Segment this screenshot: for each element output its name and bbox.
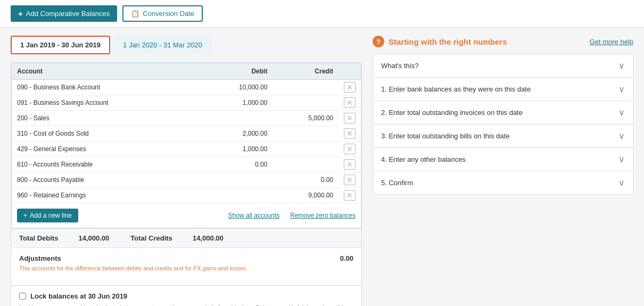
question-icon: ? — [373, 36, 384, 47]
chevron-icon-1: ∨ — [618, 84, 625, 94]
add-new-line-button[interactable]: + Add a new line — [17, 209, 78, 222]
chevron-icon-3: ∨ — [618, 131, 625, 141]
accordion-label-0: What's this? — [381, 62, 418, 70]
delete-cell: ✕ — [338, 157, 361, 172]
lock-section: Lock balances at 30 Jun 2019 Locking ens… — [11, 292, 361, 306]
col-credit: Credit — [273, 63, 338, 80]
delete-cell: ✕ — [338, 188, 361, 203]
total-credits-label: Total Credits 14,000.00 — [130, 234, 223, 242]
account-cell: 310 - Cost of Goods Sold — [12, 126, 201, 142]
accounts-table-container: Account Debit Credit 090 - Business Bank… — [11, 63, 361, 228]
delete-cell: ✕ — [338, 80, 361, 95]
accordion-label-3: 3. Enter total outstanding bills on this… — [381, 132, 509, 140]
delete-row-icon[interactable]: ✕ — [344, 190, 356, 201]
delete-row-icon[interactable]: ✕ — [344, 144, 356, 154]
credit-cell: 9,000.00 — [273, 188, 338, 203]
account-cell: 091 - Business Savings Account — [12, 95, 201, 111]
totals-bar: Total Debits 14,000.00 Total Credits 14,… — [11, 228, 361, 247]
table-row: 091 - Business Savings Account 1,000.00 … — [12, 95, 361, 111]
add-icon: + — [23, 212, 27, 219]
table-row: 200 - Sales 5,000.00 ✕ — [12, 111, 361, 126]
top-bar: + Add Comparative Balances 📋 Conversion … — [0, 0, 644, 28]
conversion-date-button[interactable]: 📋 Conversion Date — [122, 5, 203, 22]
date-tabs: 1 Jan 2019 - 30 Jun 2019 1 Jan 2020 - 31… — [11, 36, 362, 54]
left-panel: 1 Jan 2019 - 30 Jun 2019 1 Jan 2020 - 31… — [11, 36, 362, 306]
accordion-item-0: What's this? ∨ — [373, 54, 633, 78]
help-accordion: What's this? ∨ 1. Enter bank balances as… — [373, 54, 633, 195]
accordion-header-5[interactable]: 5. Confirm ∨ — [373, 171, 633, 194]
accordion-item-2: 2. Enter total outstanding invoices on t… — [373, 101, 633, 125]
credit-cell — [273, 80, 338, 95]
add-line-label: Add a new line — [30, 212, 72, 219]
add-comparative-label: Add Comparative Balances — [26, 10, 110, 18]
accordion-header-2[interactable]: 2. Enter total outstanding invoices on t… — [373, 101, 633, 124]
col-delete — [338, 63, 361, 80]
accordion-label-5: 5. Confirm — [381, 179, 413, 187]
calendar-icon: 📋 — [131, 10, 139, 18]
debit-cell — [201, 172, 273, 188]
remove-zero-label: Remove zero balances — [290, 212, 356, 219]
debit-cell — [201, 111, 273, 126]
conversion-date-label: Conversion Date — [143, 10, 194, 18]
delete-row-icon[interactable]: ✕ — [344, 97, 356, 108]
debit-cell: 2,000.00 — [201, 126, 273, 142]
table-row: 090 - Business Bank Account 10,000.00 ✕ — [12, 80, 361, 95]
plus-icon: + — [18, 9, 23, 18]
date-tab-1[interactable]: 1 Jan 2020 - 31 Mar 2020 — [113, 36, 212, 54]
accordion-header-0[interactable]: What's this? ∨ — [373, 54, 633, 77]
delete-row-icon[interactable]: ✕ — [344, 113, 356, 123]
delete-cell: ✕ — [338, 142, 361, 157]
delete-row-icon[interactable]: ✕ — [344, 128, 356, 139]
date-tab-0-label: 1 Jan 2019 - 30 Jun 2019 — [20, 41, 101, 49]
accordion-item-4: 4. Enter any other balances ∨ — [373, 148, 633, 171]
help-title-text: Starting with the right numbers — [389, 37, 507, 46]
table-row: 610 - Accounts Receivable 0.00 ✕ — [12, 157, 361, 172]
show-all-accounts-button[interactable]: Show all accounts — [228, 212, 280, 219]
delete-row-icon[interactable]: ✕ — [344, 175, 356, 185]
total-credits-value: 14,000.00 — [193, 234, 224, 242]
chevron-icon-2: ∨ — [618, 107, 625, 118]
accounts-table: Account Debit Credit 090 - Business Bank… — [12, 63, 361, 203]
date-tab-0[interactable]: 1 Jan 2019 - 30 Jun 2019 — [11, 36, 110, 54]
account-cell: 200 - Sales — [12, 111, 201, 126]
table-row: 429 - General Expenses 1,000.00 ✕ — [12, 142, 361, 157]
date-tab-1-label: 1 Jan 2020 - 31 Mar 2020 — [123, 41, 202, 49]
table-row: 310 - Cost of Goods Sold 2,000.00 ✕ — [12, 126, 361, 142]
credit-cell — [273, 95, 338, 111]
delete-row-icon[interactable]: ✕ — [344, 82, 356, 93]
accordion-header-1[interactable]: 1. Enter bank balances as they were on t… — [373, 78, 633, 101]
table-row: 960 - Retained Earnings 9,000.00 ✕ — [12, 188, 361, 203]
account-cell: 090 - Business Bank Account — [12, 80, 201, 95]
debit-cell: 1,000.00 — [201, 142, 273, 157]
credit-cell — [273, 142, 338, 157]
total-debits-label: Total Debits 14,000.00 — [19, 234, 109, 242]
credit-cell: 5,000.00 — [273, 111, 338, 126]
debit-cell — [201, 188, 273, 203]
right-panel: ? Starting with the right numbers Get mo… — [373, 36, 633, 306]
delete-row-icon[interactable]: ✕ — [344, 159, 356, 170]
account-cell: 610 - Accounts Receivable — [12, 157, 201, 172]
accordion-header-3[interactable]: 3. Enter total outstanding bills on this… — [373, 125, 633, 147]
lock-label: Lock balances at 30 Jun 2019 — [30, 292, 127, 300]
accordion-label-4: 4. Enter any other balances — [381, 155, 466, 163]
credit-cell — [273, 126, 338, 142]
remove-zero-balances-button[interactable]: Remove zero balances — [290, 212, 356, 219]
help-title: ? Starting with the right numbers — [373, 36, 507, 47]
account-cell: 429 - General Expenses — [12, 142, 201, 157]
get-more-help-link[interactable]: Get more help — [590, 38, 633, 46]
show-all-label: Show all accounts — [228, 212, 280, 219]
lock-description: Locking ensures no accidental edits to b… — [19, 303, 353, 306]
adjustments-section: Adjustments 0.00 This accounts for the d… — [11, 247, 361, 279]
add-comparative-button[interactable]: + Add Comparative Balances — [11, 5, 117, 22]
accordion-item-5: 5. Confirm ∨ — [373, 171, 633, 194]
chevron-icon-4: ∨ — [618, 154, 625, 164]
delete-cell: ✕ — [338, 172, 361, 188]
lock-checkbox[interactable] — [19, 293, 26, 300]
chevron-icon-0: ∨ — [618, 61, 625, 71]
col-debit: Debit — [201, 63, 273, 80]
main-content: 1 Jan 2019 - 30 Jun 2019 1 Jan 2020 - 31… — [0, 28, 644, 306]
account-cell: 960 - Retained Earnings — [12, 188, 201, 203]
debit-cell: 0.00 — [201, 157, 273, 172]
accordion-header-4[interactable]: 4. Enter any other balances ∨ — [373, 148, 633, 171]
col-account: Account — [12, 63, 201, 80]
